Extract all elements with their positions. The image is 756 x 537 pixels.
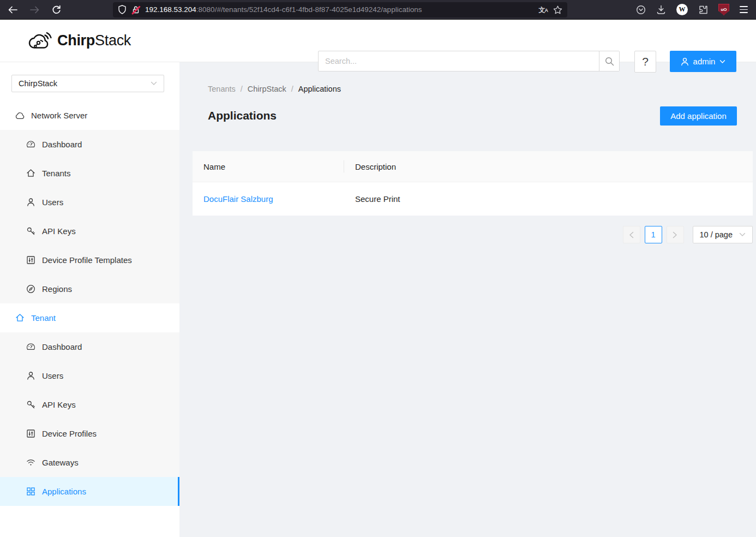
url-text: 192.168.53.204:8080/#/tenants/52f14cd4-c… <box>145 5 534 14</box>
sidebar-item-tenant-dashboard[interactable]: Dashboard <box>0 332 179 361</box>
sidebar-item-ns-users[interactable]: Users <box>0 188 179 217</box>
browser-menu-icon[interactable] <box>740 6 748 13</box>
user-icon <box>26 198 35 207</box>
user-menu-button[interactable]: admin <box>670 51 736 72</box>
sidebar-item-label: Dashboard <box>42 140 82 149</box>
extensions-puzzle-icon[interactable] <box>698 5 708 15</box>
main-layout: ChirpStack Network Server Dashboard <box>0 62 756 537</box>
page-title: Applications <box>208 109 277 122</box>
browser-nav-buttons <box>7 4 62 15</box>
chevron-down-icon <box>739 232 746 237</box>
sidebar-group-label: Tenant <box>31 313 56 323</box>
sidebar-item-label: API Keys <box>42 226 76 236</box>
home-icon <box>15 313 25 323</box>
chevron-right-icon <box>673 231 677 238</box>
sidebar-item-label: Users <box>42 198 63 207</box>
wifi-icon <box>26 458 35 467</box>
sidebar-item-device-profiles[interactable]: Device Profiles <box>0 419 179 448</box>
key-icon <box>26 226 35 236</box>
control-icon <box>26 255 35 265</box>
sidebar-item-tenant-api-keys[interactable]: API Keys <box>0 390 179 419</box>
applications-table: Name Description DocuFlair Salzburg Secu… <box>193 151 753 216</box>
bookmark-star-icon[interactable] <box>553 5 562 14</box>
page-size-value: 10 / page <box>700 230 733 239</box>
network-server-submenu: Dashboard Tenants Users <box>0 130 179 303</box>
breadcrumb-separator: / <box>241 85 243 93</box>
pagination: 1 10 / page <box>179 226 753 243</box>
dashboard-icon <box>26 342 35 351</box>
sidebar-item-regions[interactable]: Regions <box>0 275 179 303</box>
sidebar-item-tenants[interactable]: Tenants <box>0 159 179 188</box>
reload-icon[interactable] <box>51 4 62 15</box>
breadcrumb: Tenants / ChirpStack / Applications <box>208 83 737 95</box>
forward-icon[interactable] <box>29 4 40 15</box>
brand-name-light: Stack <box>95 32 131 49</box>
page-header: Applications Add application <box>208 106 737 126</box>
chevron-down-icon <box>719 59 725 64</box>
sidebar-item-label: Device Profiles <box>42 429 97 438</box>
tenant-select-value: ChirpStack <box>19 79 57 88</box>
page-number-button[interactable]: 1 <box>645 226 662 243</box>
sidebar-item-applications[interactable]: Applications <box>0 477 179 506</box>
table-row: DocuFlair Salzburg Secure Print <box>193 182 753 216</box>
sidebar-item-label: Device Profile Templates <box>42 255 132 265</box>
application-name-cell: DocuFlair Salzburg <box>193 194 344 204</box>
sidebar-item-label: Regions <box>42 284 72 294</box>
home-icon <box>26 169 35 178</box>
help-button[interactable]: ? <box>634 51 656 73</box>
page-size-select[interactable]: 10 / page <box>693 226 753 243</box>
url-path: :8080/#/tenants/52f14cd4-c6f1-4fbd-8f87-… <box>196 5 422 14</box>
chirpstack-logo[interactable]: ChirpStack <box>27 31 131 51</box>
key-icon <box>26 400 35 409</box>
chevron-left-icon <box>629 231 634 238</box>
sidebar-item-label: Gateways <box>42 458 79 467</box>
tenant-select[interactable]: ChirpStack <box>11 75 164 92</box>
url-host: 192.168.53.204 <box>145 5 196 14</box>
tenant-submenu: Dashboard Users API Keys <box>0 332 179 506</box>
browser-extensions-area: W uO <box>636 4 756 15</box>
ublock-extension-icon[interactable]: uO <box>718 4 729 15</box>
wikipedia-extension-icon[interactable]: W <box>676 4 688 15</box>
application-link[interactable]: DocuFlair Salzburg <box>203 194 273 204</box>
sidebar-item-ns-dashboard[interactable]: Dashboard <box>0 130 179 159</box>
sidebar-item-label: Users <box>42 371 63 380</box>
screen: 192.168.53.204:8080/#/tenants/52f14cd4-c… <box>0 0 756 537</box>
search-button[interactable] <box>599 51 619 71</box>
back-icon[interactable] <box>7 4 18 15</box>
application-description-cell: Secure Print <box>344 194 753 204</box>
downloads-icon[interactable] <box>656 5 666 15</box>
table-header-row: Name Description <box>193 151 753 182</box>
brand-name-bold: Chirp <box>57 32 95 49</box>
tracking-protection-shield-icon[interactable] <box>118 5 127 14</box>
sidebar-item-label: Applications <box>42 487 86 496</box>
user-icon <box>681 57 689 66</box>
browser-toolbar: 192.168.53.204:8080/#/tenants/52f14cd4-c… <box>0 0 756 20</box>
sidebar-item-tenant-users[interactable]: Users <box>0 361 179 390</box>
sidebar: ChirpStack Network Server Dashboard <box>0 62 179 537</box>
sidebar-item-device-profile-templates[interactable]: Device Profile Templates <box>0 246 179 275</box>
search-input[interactable] <box>319 51 599 71</box>
search-icon <box>605 57 614 66</box>
chevron-down-icon <box>151 81 157 86</box>
add-application-button[interactable]: Add application <box>660 106 737 126</box>
appstore-icon <box>26 487 35 496</box>
translate-icon[interactable]: 文A <box>539 7 549 13</box>
breadcrumb-chirpstack[interactable]: ChirpStack <box>248 85 286 93</box>
brand-name: ChirpStack <box>57 32 131 49</box>
breadcrumb-tenants[interactable]: Tenants <box>208 85 236 93</box>
content-area: Tenants / ChirpStack / Applications Appl… <box>179 62 756 537</box>
url-bar[interactable]: 192.168.53.204:8080/#/tenants/52f14cd4-c… <box>113 2 567 17</box>
cloud-icon <box>15 111 25 120</box>
column-header-description: Description <box>344 162 753 171</box>
sidebar-group-network-server[interactable]: Network Server <box>0 101 179 130</box>
global-search <box>318 51 620 71</box>
previous-page-button[interactable] <box>623 226 640 243</box>
sidebar-item-ns-api-keys[interactable]: API Keys <box>0 217 179 246</box>
app-header: ChirpStack ? admin <box>0 20 756 62</box>
next-page-button[interactable] <box>667 226 684 243</box>
sidebar-group-tenant[interactable]: Tenant <box>0 303 179 332</box>
breadcrumb-separator: / <box>291 85 293 93</box>
insecure-lock-icon[interactable] <box>131 5 140 14</box>
pocket-icon[interactable] <box>636 5 646 15</box>
sidebar-item-gateways[interactable]: Gateways <box>0 448 179 477</box>
